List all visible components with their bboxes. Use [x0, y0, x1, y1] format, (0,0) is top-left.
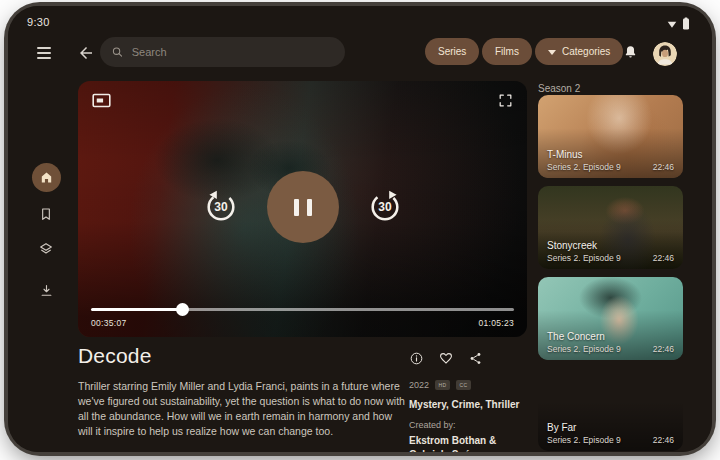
layers-icon — [38, 241, 54, 257]
info-button[interactable] — [409, 351, 424, 366]
current-time: 00:35:07 — [91, 318, 127, 328]
episode-title: By Far — [547, 422, 674, 433]
episode-duration: 22:46 — [653, 435, 674, 445]
tablet-device-frame: 9:30 Series Films — [8, 6, 712, 452]
episode-subtitle: Series 2. Episode 9 — [547, 162, 621, 172]
back-button[interactable] — [76, 43, 96, 63]
episode-duration: 22:46 — [653, 162, 674, 172]
sidebar-item-library[interactable] — [37, 240, 55, 258]
episode-card-stonycreek[interactable]: Stonycreek Series 2. Episode 9 22:46 — [538, 186, 683, 269]
total-time: 01:05:23 — [479, 318, 515, 328]
pause-icon — [294, 199, 299, 216]
share-button[interactable] — [468, 351, 483, 366]
home-icon — [39, 170, 54, 185]
episode-subtitle: Series 2. Episode 9 — [547, 253, 621, 263]
screenshot-canvas: 9:30 Series Films — [0, 0, 720, 460]
release-year: 2022 — [409, 380, 429, 390]
avatar-image — [653, 42, 677, 66]
episode-title: Stonycreek — [547, 240, 674, 251]
show-description: Thriller starring Emily Miller and Lydia… — [78, 379, 405, 439]
video-player[interactable]: 30 30 00:35:07 — [78, 81, 527, 337]
episode-subtitle: Series 2. Episode 9 — [547, 435, 621, 445]
films-button-label: Films — [495, 46, 519, 57]
bookmark-icon — [38, 206, 54, 222]
sidebar-item-home[interactable] — [32, 163, 61, 192]
sidebar-item-downloads[interactable] — [37, 281, 55, 299]
progress-bar[interactable] — [91, 308, 514, 311]
picture-in-picture-button[interactable] — [92, 93, 111, 108]
info-icon — [409, 351, 424, 366]
time-row: 00:35:07 01:05:23 — [91, 318, 514, 328]
episode-subtitle: Series 2. Episode 9 — [547, 344, 621, 354]
arrow-back-icon — [77, 44, 95, 62]
chevron-down-icon — [548, 49, 556, 55]
series-button-label: Series — [438, 46, 466, 57]
quality-badge-cc: CC — [456, 380, 471, 390]
bell-icon — [622, 44, 639, 61]
svg-text:30: 30 — [378, 200, 392, 214]
categories-button-label: Categories — [562, 46, 610, 57]
menu-button[interactable] — [34, 44, 54, 62]
search-bar[interactable] — [100, 37, 345, 67]
download-icon — [39, 283, 54, 298]
series-button[interactable]: Series — [425, 38, 479, 65]
hamburger-icon — [37, 47, 51, 49]
status-bar-time: 9:30 — [27, 16, 50, 28]
favorite-button[interactable] — [438, 351, 454, 366]
episode-duration: 22:46 — [653, 344, 674, 354]
forward-30-button[interactable]: 30 — [367, 189, 403, 225]
fullscreen-icon — [498, 93, 513, 108]
search-input[interactable] — [132, 46, 334, 58]
rewind-30-button[interactable]: 30 — [203, 189, 239, 225]
heart-icon — [438, 351, 454, 366]
genres-list: Mystery, Crime, Thriller — [409, 399, 524, 410]
created-by-label: Created by: — [409, 420, 524, 430]
episode-title: T-Minus — [547, 149, 674, 160]
episode-duration: 22:46 — [653, 253, 674, 263]
replay-30-icon: 30 — [203, 189, 239, 225]
categories-dropdown[interactable]: Categories — [535, 38, 623, 65]
pause-button[interactable] — [267, 171, 339, 243]
page-title: Decode — [78, 344, 152, 368]
status-bar-icons — [666, 17, 690, 30]
season-label: Season 2 — [538, 83, 580, 94]
metadata-column: 2022 HD CC Mystery, Crime, Thriller Crea… — [409, 380, 524, 452]
forward-30-icon: 30 — [367, 189, 403, 225]
episode-card-by-far[interactable]: By Far Series 2. Episode 9 22:46 — [538, 368, 683, 451]
notifications-button[interactable] — [620, 42, 640, 62]
pip-icon — [92, 93, 111, 108]
sidebar-item-bookmarks[interactable] — [37, 205, 55, 223]
wifi-icon — [666, 18, 678, 30]
quality-badge-hd: HD — [435, 380, 450, 390]
share-icon — [468, 351, 483, 366]
battery-icon — [682, 17, 690, 30]
svg-text:30: 30 — [214, 200, 228, 214]
creators-names: Ekstrom Bothan & Gabriela Suárez — [409, 434, 504, 452]
episode-card-the-concern[interactable]: The Concern Series 2. Episode 9 22:46 — [538, 277, 683, 360]
films-button[interactable]: Films — [482, 38, 532, 65]
action-buttons — [409, 351, 483, 366]
profile-avatar[interactable] — [653, 42, 677, 66]
episode-card-t-minus[interactable]: T-Minus Series 2. Episode 9 22:46 — [538, 95, 683, 178]
episode-title: The Concern — [547, 331, 674, 342]
progress-thumb[interactable] — [176, 303, 189, 316]
app-screen: 9:30 Series Films — [8, 6, 712, 452]
fullscreen-button[interactable] — [498, 93, 513, 108]
search-icon — [111, 45, 124, 59]
